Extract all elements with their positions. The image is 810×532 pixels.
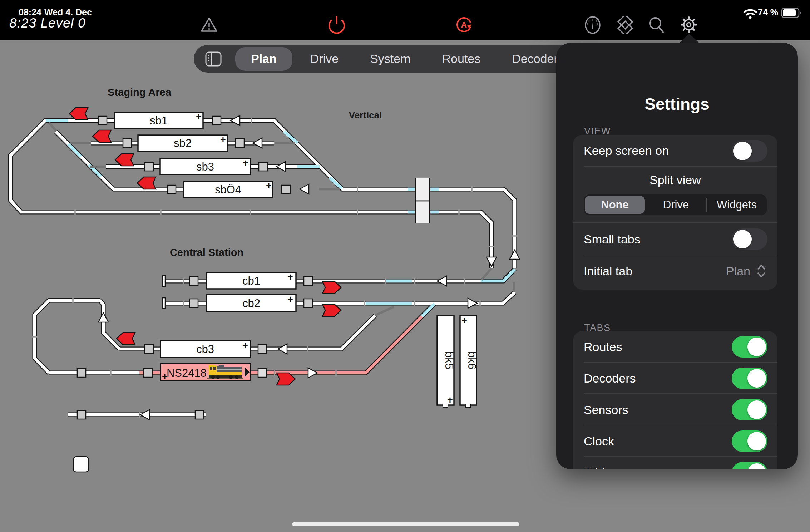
sidebar-toggle-button[interactable] [194, 51, 233, 66]
fast-clock-label: 8:23 Level 0 [9, 16, 86, 31]
svg-text:+: + [461, 315, 467, 326]
block-sbo4[interactable]: sbÖ4 + [183, 181, 273, 197]
settings-panel: Settings VIEW Keep screen on Split view … [556, 43, 798, 469]
auto-stop-icon[interactable]: A [455, 16, 473, 34]
battery-icon [781, 8, 802, 18]
initial-tab-value[interactable]: Plan [726, 264, 750, 278]
selector-chevrons-icon[interactable] [755, 263, 767, 279]
tab-plan[interactable]: Plan [235, 47, 292, 71]
split-view-segmented-control: None Drive Widgets [584, 194, 767, 215]
tab-system[interactable]: System [354, 47, 426, 71]
svg-text:sb2: sb2 [174, 137, 192, 149]
empty-plan-element[interactable] [73, 457, 89, 472]
routes-label: Routes [584, 340, 622, 354]
decoders-row: Decoders [573, 363, 777, 394]
svg-text:+: + [196, 112, 202, 122]
block-bk5[interactable]: bk5 + [437, 316, 455, 407]
routes-toggle[interactable] [732, 336, 767, 358]
vertical-label: Vertical [349, 110, 382, 120]
split-option-widgets[interactable]: Widgets [707, 198, 767, 211]
widgets-label: Widgets [584, 466, 628, 469]
sensors-toggle[interactable] [732, 399, 767, 420]
svg-text:bk5: bk5 [443, 351, 455, 369]
search-icon[interactable] [648, 16, 666, 34]
decoders-label: Decoders [584, 371, 636, 385]
keep-screen-on-row: Keep screen on [573, 135, 777, 167]
gear-icon[interactable] [679, 15, 698, 34]
block-cb3[interactable]: cb3 + [160, 340, 250, 358]
home-indicator[interactable] [292, 522, 519, 526]
widgets-row: Widgets [573, 457, 777, 469]
svg-text:NS2418: NS2418 [167, 367, 207, 379]
svg-text:+: + [242, 340, 248, 351]
settings-title: Settings [556, 94, 798, 114]
svg-text:bk6: bk6 [466, 351, 478, 369]
keep-screen-on-label: Keep screen on [584, 144, 669, 158]
keep-screen-on-toggle[interactable] [732, 140, 767, 162]
buffer-stops [163, 276, 165, 309]
block-sb3[interactable]: sb3 + [160, 158, 250, 174]
central-station-label: Central Station [170, 247, 243, 258]
split-option-drive[interactable]: Drive [646, 198, 706, 211]
svg-text:+: + [220, 134, 226, 145]
svg-text:+: + [266, 181, 272, 191]
svg-text:sbÖ4: sbÖ4 [215, 183, 241, 196]
small-tabs-row: Small tabs [573, 222, 777, 255]
tabs-card: Routes Decoders Sensors Clock Widgets [573, 331, 777, 469]
split-view-label: Split view [573, 167, 777, 193]
block-cb2[interactable]: cb2 + [207, 294, 296, 311]
staging-area-label: Staging Area [108, 87, 172, 98]
clock-toggle[interactable] [732, 430, 767, 452]
throttle-gauge-icon[interactable] [583, 16, 602, 34]
block-cb1[interactable]: cb1 + [207, 272, 296, 289]
svg-text:cb3: cb3 [196, 343, 214, 355]
sidebar-icon [205, 51, 222, 66]
clock-row: Clock [573, 425, 777, 457]
widgets-toggle[interactable] [732, 462, 767, 469]
svg-text:+: + [162, 371, 168, 382]
tab-routes[interactable]: Routes [426, 47, 497, 71]
sensors-label: Sensors [584, 403, 628, 417]
svg-text:cb1: cb1 [242, 275, 260, 287]
block-ns2418-occupied[interactable]: NS2418 + [160, 364, 250, 382]
warning-icon[interactable] [200, 16, 218, 33]
split-option-none[interactable]: None [585, 196, 645, 214]
tab-drive[interactable]: Drive [295, 47, 354, 71]
small-tabs-label: Small tabs [584, 232, 641, 246]
locomotive-image [207, 365, 243, 379]
wifi-icon [743, 8, 758, 19]
view-card: Keep screen on Split view None Drive Wid… [573, 135, 777, 290]
power-icon[interactable] [328, 16, 345, 34]
routes-row: Routes [573, 331, 777, 363]
sensors-row: Sensors [573, 394, 777, 425]
block-bk6[interactable]: bk6 + [460, 315, 478, 407]
svg-text:+: + [243, 158, 248, 168]
small-tabs-toggle[interactable] [732, 228, 767, 250]
tunnel-bridge [415, 178, 430, 223]
block-sb1[interactable]: sb1 + [115, 112, 203, 129]
layers-icon[interactable] [616, 16, 635, 34]
decoders-toggle[interactable] [732, 368, 767, 389]
svg-text:cb2: cb2 [242, 297, 260, 310]
svg-text:A: A [461, 20, 467, 30]
battery-percent: 74 % [758, 7, 778, 18]
block-sb2[interactable]: sb2 + [138, 134, 228, 151]
svg-text:sb3: sb3 [196, 161, 214, 173]
svg-text:+: + [287, 272, 293, 282]
initial-tab-label: Initial tab [584, 264, 632, 278]
svg-text:+: + [287, 294, 293, 305]
clock-label: Clock [584, 434, 614, 448]
svg-text:sb1: sb1 [150, 114, 168, 127]
initial-tab-row: Initial tab Plan [573, 255, 777, 287]
